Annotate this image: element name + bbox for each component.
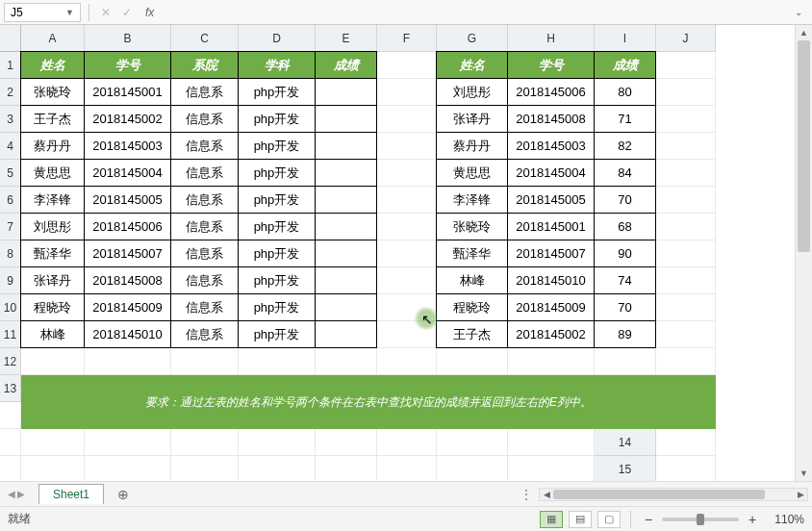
cell-J10[interactable]: [656, 294, 716, 321]
row-head-9[interactable]: 9: [0, 267, 21, 294]
cell-J14[interactable]: [508, 456, 595, 481]
row-head-13[interactable]: 13: [0, 375, 21, 402]
cell-F12[interactable]: [377, 348, 437, 375]
cell-J7[interactable]: [656, 214, 716, 240]
cell-B13[interactable]: [0, 429, 21, 456]
cell-G7[interactable]: 张晓玲: [436, 213, 508, 240]
zoom-slider[interactable]: [662, 518, 739, 521]
cell-A10[interactable]: 程晓玲: [20, 293, 85, 321]
cell-B9[interactable]: 2018145008: [84, 266, 171, 294]
cell-C6[interactable]: 信息系: [170, 186, 239, 214]
cell-H9[interactable]: 2018145010: [507, 266, 595, 294]
cell-I9[interactable]: 74: [594, 266, 656, 294]
cell-J1[interactable]: [656, 52, 716, 79]
expand-formula-icon[interactable]: ⌄: [789, 7, 808, 17]
cell-J11[interactable]: [656, 321, 716, 348]
cell-F4[interactable]: [377, 133, 437, 160]
cell-J13[interactable]: [508, 429, 595, 456]
cell-F5[interactable]: [377, 160, 437, 187]
row-head-4[interactable]: 4: [0, 133, 21, 160]
cell-A4[interactable]: 蔡丹丹: [20, 132, 85, 160]
cell-D9[interactable]: php开发: [238, 266, 316, 294]
col-head-H[interactable]: H: [508, 25, 595, 52]
cell-H11[interactable]: 2018145002: [507, 320, 595, 348]
cell-G11[interactable]: 王子杰: [436, 320, 508, 348]
col-head-A[interactable]: A: [21, 25, 85, 52]
col-head-F[interactable]: F: [377, 25, 437, 52]
row-head-2[interactable]: 2: [0, 79, 21, 106]
cell-I11[interactable]: 89: [594, 320, 656, 348]
cell-B6[interactable]: 2018145005: [84, 186, 171, 214]
col-head-G[interactable]: G: [437, 25, 508, 52]
cell-G2[interactable]: 刘思彤: [436, 78, 508, 106]
cell-F14[interactable]: [239, 456, 316, 481]
cell-B8[interactable]: 2018145007: [84, 240, 171, 267]
cell-D3[interactable]: php开发: [238, 105, 316, 133]
cell-F8[interactable]: [377, 240, 437, 267]
cell-B4[interactable]: 2018145003: [84, 132, 171, 160]
vertical-scrollbar[interactable]: ▲ ▼: [795, 25, 812, 481]
cell-I1[interactable]: 成绩: [594, 51, 656, 79]
cell-E14[interactable]: [171, 456, 239, 481]
cell-D11[interactable]: php开发: [238, 320, 316, 348]
cell-G13[interactable]: [316, 429, 377, 456]
cell-H10[interactable]: 2018145009: [507, 293, 595, 321]
formula-input[interactable]: [164, 3, 785, 22]
scroll-down-icon[interactable]: ▼: [796, 466, 812, 481]
cell-B5[interactable]: 2018145004: [84, 159, 171, 187]
cell-F9[interactable]: [377, 267, 437, 294]
cell-J9[interactable]: [656, 267, 716, 294]
add-sheet-button[interactable]: ⊕: [117, 487, 129, 502]
cell-A13[interactable]: [0, 402, 21, 429]
cell-C4[interactable]: 信息系: [170, 132, 239, 160]
cell-A8[interactable]: 甄泽华: [20, 240, 85, 267]
cell-H14[interactable]: [377, 456, 437, 481]
cell-J3[interactable]: [656, 106, 716, 133]
tab-prev-icon[interactable]: ◀: [8, 489, 15, 499]
cell-E3[interactable]: [315, 105, 377, 133]
cell-C8[interactable]: 信息系: [170, 240, 239, 267]
cell-F10[interactable]: [377, 294, 437, 321]
cell-H8[interactable]: 2018145007: [507, 240, 595, 267]
cell-D8[interactable]: php开发: [238, 240, 316, 267]
col-head-J[interactable]: J: [656, 25, 716, 52]
cell-D12[interactable]: [239, 348, 316, 375]
cell-E10[interactable]: [315, 293, 377, 321]
cell-C7[interactable]: 信息系: [170, 213, 239, 240]
row-head-12[interactable]: 12: [0, 348, 21, 375]
view-page-break-button[interactable]: ▢: [597, 511, 621, 528]
cell-F3[interactable]: [377, 106, 437, 133]
cell-D10[interactable]: php开发: [238, 293, 316, 321]
cell-A7[interactable]: 刘思彤: [20, 213, 85, 240]
cell-E2[interactable]: [315, 78, 377, 106]
cell-B11[interactable]: 2018145010: [84, 320, 171, 348]
cell-D7[interactable]: php开发: [238, 213, 316, 240]
cell-B10[interactable]: 2018145009: [84, 293, 171, 321]
cell-E7[interactable]: [315, 213, 377, 240]
cell-G10[interactable]: 程晓玲: [436, 293, 508, 321]
cell-I4[interactable]: 82: [594, 132, 656, 160]
cell-F6[interactable]: [377, 187, 437, 214]
cell-A14[interactable]: [656, 429, 716, 456]
cell-G4[interactable]: 蔡丹丹: [436, 132, 508, 160]
row-head-15[interactable]: 15: [595, 456, 656, 481]
cell-E9[interactable]: [315, 266, 377, 294]
cell-A6[interactable]: 李泽锋: [20, 186, 85, 214]
cell-E6[interactable]: [315, 186, 377, 214]
zoom-knob[interactable]: [697, 514, 704, 525]
cell-D13[interactable]: [85, 429, 171, 456]
zoom-percent[interactable]: 110%: [766, 513, 804, 526]
sheet-tab-active[interactable]: Sheet1: [38, 484, 104, 504]
cell-E1[interactable]: 成绩: [315, 51, 377, 79]
cell-I5[interactable]: 84: [594, 159, 656, 187]
row-head-14[interactable]: 14: [595, 429, 656, 456]
tabs-nav[interactable]: ◀ ▶: [0, 489, 33, 499]
cell-D14[interactable]: [85, 456, 171, 481]
cell-C10[interactable]: 信息系: [170, 293, 239, 321]
cell-G9[interactable]: 林峰: [436, 266, 508, 294]
cell-H3[interactable]: 2018145008: [507, 105, 595, 133]
scroll-thumb[interactable]: [798, 40, 810, 252]
cell-D6[interactable]: php开发: [238, 186, 316, 214]
row-head-5[interactable]: 5: [0, 160, 21, 187]
cell-B7[interactable]: 2018145006: [84, 213, 171, 240]
